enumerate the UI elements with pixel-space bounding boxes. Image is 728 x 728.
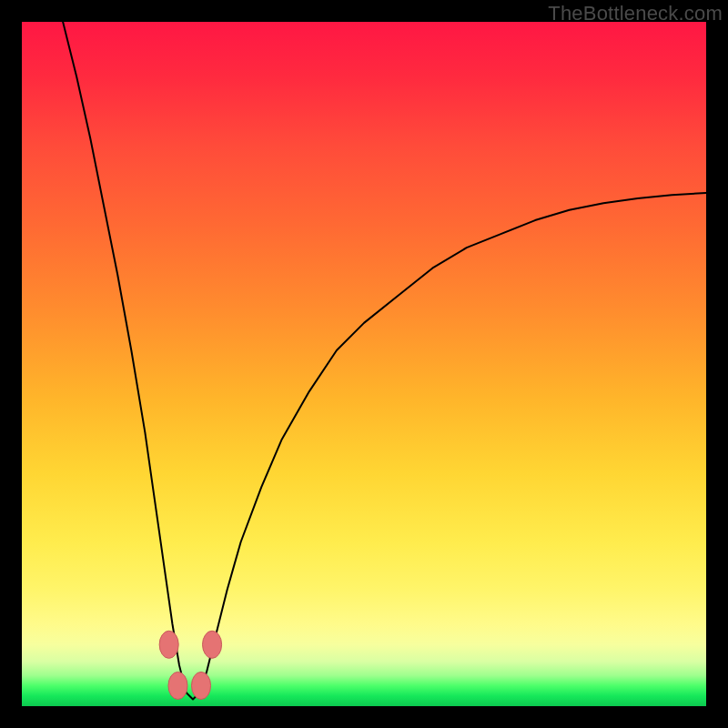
curve-layer — [63, 22, 706, 699]
watermark-text: TheBottleneck.com — [548, 2, 723, 25]
bottleneck-curve — [63, 22, 706, 699]
chart-svg — [22, 22, 706, 706]
threshold-marker-3 — [203, 631, 222, 658]
chart-frame — [22, 22, 706, 706]
threshold-marker-2 — [191, 672, 210, 699]
marker-layer — [159, 631, 221, 699]
threshold-marker-1 — [168, 672, 187, 699]
threshold-marker-0 — [159, 631, 178, 658]
